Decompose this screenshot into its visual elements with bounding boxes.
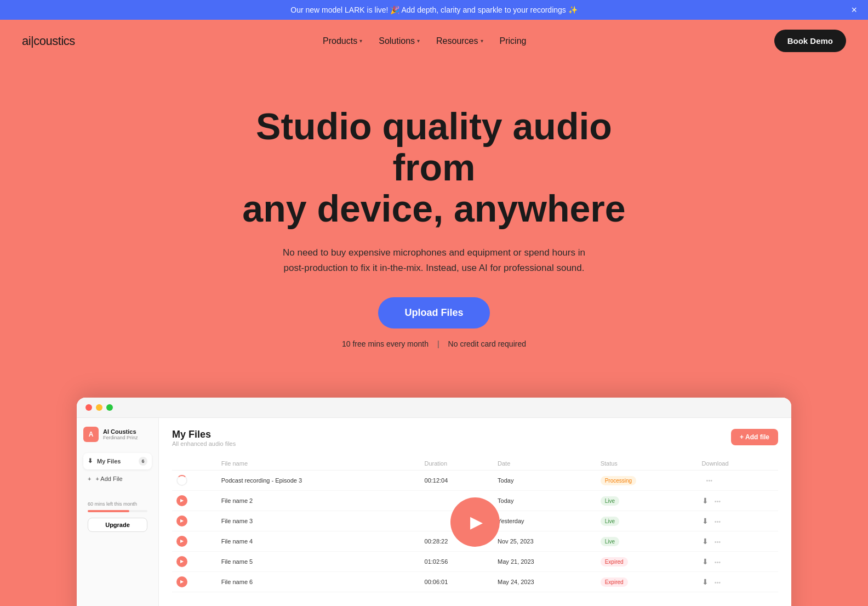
file-duration-cell: 01:02:56 [420,551,494,571]
announcement-banner: Our new model LARK is live! 🎉 Add depth,… [0,0,868,20]
chevron-down-icon: ▾ [481,38,483,44]
file-status-cell: Live [596,531,698,551]
files-icon: ⬇ [88,457,93,465]
file-download-cell: ⬇ ••• [698,571,778,592]
download-icon[interactable]: ⬇ [702,557,709,566]
add-file-button[interactable]: + Add file [731,429,778,445]
nav-link-solutions[interactable]: Solutions ▾ [379,36,420,46]
play-button[interactable]: ▶ [176,495,187,506]
status-badge: Expired [601,577,628,587]
play-button[interactable]: ▶ [176,536,187,547]
file-date-cell: Yesterday [493,511,596,531]
upload-files-button[interactable]: Upload Files [378,297,489,329]
free-mins-text: 10 free mins every month [342,339,429,348]
more-options-icon[interactable]: ••• [715,559,721,565]
file-download-cell: ⬇ ••• [698,551,778,571]
announcement-close-button[interactable]: × [851,4,857,16]
table-row: Podcast recording - Episode 3 00:12:04 T… [172,470,778,490]
file-play-cell: ▶ [172,551,217,571]
progress-bar-background [88,510,147,512]
no-credit-card-text: No credit card required [448,339,526,348]
nav-item-solutions[interactable]: Solutions ▾ [379,36,420,46]
traffic-light-red [85,404,92,411]
nav-item-products[interactable]: Products ▾ [323,36,362,46]
nav-item-resources[interactable]: Resources ▾ [436,36,483,46]
file-date-cell: May 21, 2023 [493,551,596,571]
window-titlebar [77,398,791,418]
file-name-cell: File name 2 [217,490,420,511]
more-options-icon[interactable]: ••• [706,477,713,484]
announcement-text: Our new model LARK is live! 🎉 Add depth,… [290,5,577,14]
loading-icon [176,475,187,486]
sidebar-item-add-file[interactable]: + + Add File [83,472,152,486]
play-icon: ▶ [470,512,483,531]
play-button[interactable]: ▶ [176,516,187,526]
file-play-cell: ▶ [172,531,217,551]
download-icon[interactable]: ⬇ [702,577,709,586]
col-header-status: Status [596,457,698,471]
progress-bar-fill [88,510,129,512]
file-download-cell: ••• [698,470,778,490]
hero-section: Studio quality audio from any device, an… [0,62,868,398]
sidebar-brand-name: AI Coustics [103,428,138,435]
file-status-cell: Expired [596,551,698,571]
sidebar-item-my-files[interactable]: ⬇ My Files 6 [83,453,152,469]
file-play-cell [172,470,217,490]
hero-headline: Studio quality audio from any device, an… [215,106,653,229]
upgrade-button[interactable]: Upgrade [88,518,147,532]
file-duration-cell: 00:12:04 [420,470,494,490]
more-options-icon[interactable]: ••• [715,498,721,505]
table-row: ▶ File name 6 00:06:01 May 24, 2023 Expi… [172,571,778,592]
sidebar-brand-info: AI Coustics Ferdinand Prinz [103,428,138,440]
file-play-cell: ▶ [172,571,217,592]
status-badge: Processing [601,476,636,485]
nav-link-products[interactable]: Products ▾ [323,36,362,46]
nav-item-pricing[interactable]: Pricing [500,36,527,46]
file-status-cell: Live [596,490,698,511]
main-header: My Files All enhanced audio files + Add … [172,429,778,455]
file-status-cell: Live [596,511,698,531]
sidebar-brand-icon: A [83,427,99,442]
file-download-cell: ⬇ ••• [698,511,778,531]
more-options-icon[interactable]: ••• [715,539,721,545]
sidebar-brand-user: Ferdinand Prinz [103,435,138,440]
app-main-content: My Files All enhanced audio files + Add … [159,418,791,606]
more-options-icon[interactable]: ••• [715,579,721,586]
play-button[interactable]: ▶ [176,556,187,567]
col-header-play [172,457,217,471]
add-icon: + [88,475,91,482]
sidebar-progress-section: 60 mins left this month Upgrade [83,497,152,536]
status-badge: Live [601,517,619,526]
file-play-cell: ▶ [172,511,217,531]
file-duration-cell: 00:06:01 [420,571,494,592]
meta-divider: | [437,339,439,348]
chevron-down-icon: ▾ [359,38,362,44]
more-options-icon[interactable]: ••• [715,518,721,525]
file-date-cell: May 24, 2023 [493,571,596,592]
file-name-cell: File name 4 [217,531,420,551]
file-date-cell: Today [493,490,596,511]
file-download-cell: ⬇ ••• [698,531,778,551]
nav-link-resources[interactable]: Resources ▾ [436,36,483,46]
table-header: File name Duration Date Status Download [172,457,778,471]
file-status-cell: Expired [596,571,698,592]
file-name-cell: File name 6 [217,571,420,592]
nav-link-pricing[interactable]: Pricing [500,36,527,46]
file-name-cell: File name 5 [217,551,420,571]
logo-bold: ai| [22,34,33,48]
app-window: A AI Coustics Ferdinand Prinz ⬇ My Files… [77,398,791,606]
play-button[interactable]: ▶ [176,576,187,587]
traffic-light-green [106,404,113,411]
status-badge: Live [601,537,619,546]
logo: ai|coustics [22,34,75,48]
download-icon[interactable]: ⬇ [702,537,709,546]
download-icon[interactable]: ⬇ [702,496,709,505]
col-header-download: Download [698,457,778,471]
book-demo-button[interactable]: Book Demo [774,30,846,52]
play-overlay-button[interactable]: ▶ [450,497,500,547]
hero-subtext: No need to buy expensive microphones and… [275,245,593,275]
col-header-date: Date [493,457,596,471]
download-icon[interactable]: ⬇ [702,517,709,525]
file-name-cell: Podcast recording - Episode 3 [217,470,420,490]
file-download-cell: ⬇ ••• [698,490,778,511]
